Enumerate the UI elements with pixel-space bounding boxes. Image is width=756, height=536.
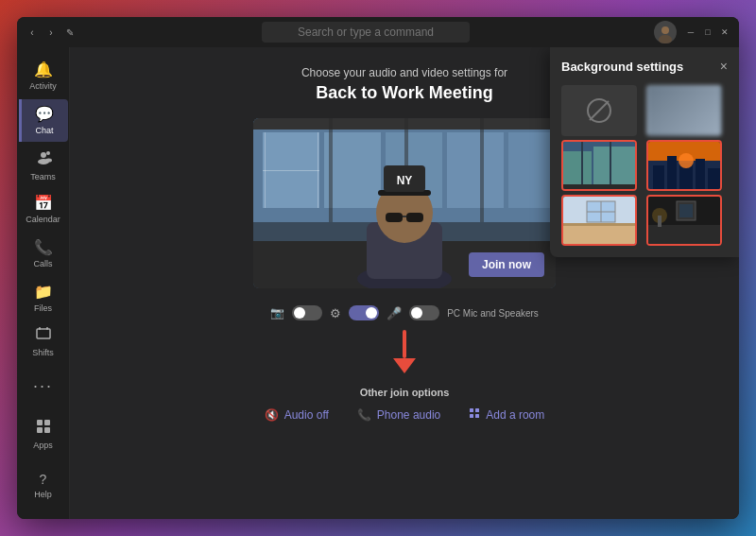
- mic-icon: 🎤: [387, 306, 402, 320]
- forward-button[interactable]: ›: [43, 25, 59, 40]
- bg-panel-close-button[interactable]: ×: [720, 59, 728, 74]
- svg-rect-8: [46, 327, 48, 330]
- svg-rect-6: [37, 329, 50, 338]
- sidebar-label-calls: Calls: [33, 259, 52, 268]
- bg-option-dark-room[interactable]: [646, 195, 722, 246]
- svg-rect-22: [508, 132, 556, 208]
- search-input[interactable]: [262, 22, 470, 43]
- sidebar-item-teams[interactable]: Teams: [21, 144, 66, 186]
- svg-rect-9: [37, 420, 43, 425]
- svg-rect-27: [480, 118, 484, 222]
- sidebar-item-shifts[interactable]: Shifts: [21, 320, 66, 363]
- add-room-label: Add a room: [486, 408, 544, 422]
- join-options: Other join options 🔇 Audio off 📞 Phone a…: [265, 381, 545, 433]
- app-window: ‹ › ✎ ─ □ ✕: [17, 17, 739, 519]
- bg-option-blur[interactable]: [646, 85, 722, 136]
- close-button[interactable]: ✕: [718, 26, 731, 39]
- svg-rect-66: [679, 204, 693, 217]
- settings-icon[interactable]: ⚙: [330, 306, 341, 320]
- calendar-icon: 📅: [34, 194, 53, 212]
- back-button[interactable]: ‹: [25, 25, 40, 40]
- svg-line-42: [590, 101, 609, 120]
- bg-option-room[interactable]: [561, 195, 637, 246]
- bg-options-grid: [561, 85, 728, 246]
- svg-rect-10: [44, 420, 50, 425]
- svg-rect-51: [653, 165, 664, 191]
- svg-rect-58: [563, 225, 637, 246]
- svg-rect-37: [470, 408, 473, 412]
- sidebar-item-help[interactable]: ? Help: [21, 460, 66, 510]
- sidebar-item-more[interactable]: ···: [21, 365, 66, 407]
- meeting-title-area: Choose your audio and video settings for…: [301, 66, 507, 103]
- join-options-row: 🔇 Audio off 📞 Phone audio: [265, 407, 545, 422]
- sidebar-item-calendar[interactable]: 📅 Calendar: [21, 188, 66, 231]
- svg-point-1: [659, 35, 672, 43]
- svg-point-0: [662, 26, 669, 34]
- svg-rect-12: [44, 427, 50, 433]
- camera-toggle[interactable]: [292, 305, 322, 320]
- edit-icon[interactable]: ✎: [62, 25, 77, 40]
- title-bar-right: ─ □ ✕: [654, 21, 731, 43]
- camera-icon: 📷: [270, 306, 284, 320]
- sidebar-label-help: Help: [34, 490, 52, 499]
- svg-rect-68: [658, 216, 662, 227]
- svg-point-2: [41, 152, 46, 158]
- sidebar-item-files[interactable]: 📁 Files: [21, 276, 66, 319]
- svg-rect-40: [475, 414, 479, 418]
- sidebar-item-calls[interactable]: 📞 Calls: [21, 233, 66, 275]
- phone-audio-option[interactable]: 📞 Phone audio: [357, 408, 440, 422]
- svg-rect-7: [39, 327, 41, 330]
- more-icon: ···: [33, 376, 53, 396]
- join-now-button[interactable]: Join now: [469, 252, 544, 277]
- bg-panel-title: Background settings: [561, 60, 683, 74]
- mic-toggle[interactable]: [349, 305, 379, 320]
- audio-off-icon: 🔇: [265, 408, 279, 422]
- teams-icon: [35, 148, 52, 169]
- audio-off-option[interactable]: 🔇 Audio off: [265, 408, 329, 422]
- arrow-shaft: [403, 330, 406, 358]
- bg-option-office[interactable]: [561, 140, 637, 191]
- bg-option-none[interactable]: [561, 85, 637, 136]
- svg-point-3: [46, 151, 50, 155]
- chat-icon: 💬: [35, 105, 54, 123]
- svg-rect-54: [696, 159, 705, 191]
- avatar[interactable]: [654, 21, 677, 43]
- maximize-button[interactable]: □: [701, 26, 714, 39]
- svg-rect-21: [447, 132, 504, 208]
- meeting-setup: Choose your audio and video settings for…: [70, 47, 739, 519]
- svg-rect-39: [470, 414, 473, 418]
- main-area: 🔔 Activity 💬 Chat: [17, 47, 739, 519]
- apps-icon: [36, 419, 51, 438]
- activity-icon: 🔔: [34, 61, 53, 78]
- sidebar-label-teams: Teams: [30, 172, 56, 182]
- speaker-toggle-knob: [411, 307, 422, 319]
- arrow-head: [393, 358, 416, 373]
- speaker-toggle[interactable]: [409, 305, 439, 320]
- svg-rect-64: [648, 225, 722, 246]
- shifts-icon: [36, 326, 51, 345]
- svg-rect-11: [37, 427, 43, 433]
- svg-rect-18: [263, 170, 319, 171]
- phone-audio-icon: 📞: [357, 408, 371, 422]
- arrow-indicator: [393, 330, 416, 373]
- mic-toggle-knob: [366, 307, 377, 319]
- add-room-option[interactable]: Add a room: [469, 407, 544, 422]
- other-options-label: Other join options: [360, 387, 450, 398]
- svg-rect-59: [563, 223, 637, 226]
- meeting-subtitle: Choose your audio and video settings for: [301, 66, 507, 79]
- bg-option-sunset[interactable]: [646, 140, 722, 191]
- sidebar-item-chat[interactable]: 💬 Chat: [19, 99, 68, 142]
- sidebar-item-apps[interactable]: Apps: [21, 409, 66, 458]
- sidebar: 🔔 Activity 💬 Chat: [17, 47, 70, 519]
- files-icon: 📁: [34, 283, 53, 301]
- svg-rect-36: [403, 216, 406, 217]
- sidebar-item-activity[interactable]: 🔔 Activity: [21, 55, 66, 97]
- svg-rect-25: [329, 118, 333, 222]
- title-bar-left: ‹ › ✎: [25, 25, 77, 40]
- window-controls: ─ □ ✕: [684, 26, 731, 39]
- sidebar-label-shifts: Shifts: [32, 348, 54, 357]
- video-preview: NY Join now: [253, 118, 556, 288]
- minimize-button[interactable]: ─: [684, 26, 697, 39]
- sidebar-label-chat: Chat: [35, 126, 53, 135]
- audio-off-label: Audio off: [284, 408, 329, 422]
